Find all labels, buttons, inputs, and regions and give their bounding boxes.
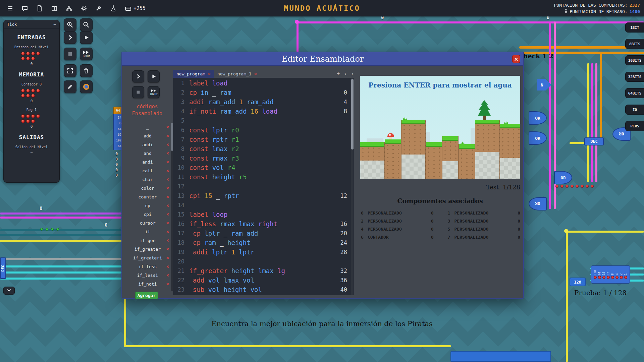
opcode-item[interactable]: if_greateri× <box>125 253 170 262</box>
top-bar-icons <box>0 4 132 12</box>
terrain-column <box>500 124 520 179</box>
flask-icon[interactable] <box>109 4 117 12</box>
close-dialog-button[interactable]: × <box>512 55 520 63</box>
code-editor[interactable]: 1label load2cp in _ ram03addi ram_add 1 … <box>173 78 354 295</box>
hamburger-menu-icon[interactable] <box>6 4 14 12</box>
opcode-item[interactable]: addi× <box>125 140 170 149</box>
opcode-item[interactable]: call× <box>125 166 170 175</box>
opcode-item[interactable]: add× <box>125 131 170 140</box>
dec-component[interactable]: DEC <box>584 137 604 145</box>
bit-width-button-32bits[interactable]: 32BITS <box>625 72 644 82</box>
scrollbar-thumb[interactable] <box>351 79 354 149</box>
chat-icon[interactable] <box>21 4 29 12</box>
opcode-item[interactable]: if× <box>125 227 170 236</box>
collapse-panel-button[interactable] <box>3 287 15 295</box>
delete-opcode-icon[interactable]: × <box>166 238 169 243</box>
delete-opcode-icon[interactable]: × <box>166 142 169 147</box>
bit-width-button-1bit[interactable]: 1BIT <box>625 22 644 33</box>
step-button[interactable] <box>64 31 76 44</box>
dialog-titlebar[interactable]: Editor Ensamblador × <box>122 52 523 66</box>
bit-ruler-component[interactable]: 1286432168421 <box>591 265 630 284</box>
tab-new_program_1[interactable]: new_program_1× <box>214 70 260 78</box>
led-dot <box>21 94 25 98</box>
wire-value-label: 0 <box>115 162 118 168</box>
color-tool-button[interactable] <box>80 80 93 93</box>
book-icon[interactable] <box>50 4 58 12</box>
opcode-item[interactable]: if_less× <box>125 262 170 271</box>
new-tab-button[interactable]: + <box>337 71 340 77</box>
next-tab-button[interactable]: › <box>351 71 354 77</box>
delete-opcode-icon[interactable]: × <box>166 273 169 278</box>
delete-opcode-icon[interactable]: × <box>166 264 169 269</box>
bit-width-button-16bits[interactable]: 16BITS <box>625 55 644 65</box>
opcode-item[interactable]: if_greater× <box>125 245 170 253</box>
opcode-item[interactable]: if_goe× <box>125 236 170 245</box>
opcode-item[interactable]: counter× <box>125 192 170 201</box>
register-led-grid[interactable] <box>21 114 42 123</box>
delete-opcode-icon[interactable]: × <box>166 185 169 191</box>
delete-opcode-icon[interactable]: × <box>166 124 169 130</box>
delete-opcode-icon[interactable]: × <box>166 159 169 165</box>
opcode-item[interactable]: if_lessi× <box>125 271 170 280</box>
delete-opcode-icon[interactable]: × <box>166 255 169 260</box>
asm-step-button[interactable] <box>132 70 144 82</box>
delete-opcode-icon[interactable]: × <box>166 229 169 234</box>
delete-opcode-icon[interactable]: × <box>166 194 169 199</box>
prev-tab-button[interactable]: ‹ <box>344 71 347 77</box>
opcode-item[interactable]: and× <box>125 149 170 158</box>
dec-component[interactable]: DEC <box>0 257 6 279</box>
bit-width-button-64bits[interactable]: 64BITS <box>625 88 644 98</box>
editor-scrollbar[interactable] <box>351 78 354 295</box>
play-button[interactable] <box>80 31 93 44</box>
opcode-item[interactable]: if_noti× <box>125 280 170 288</box>
hierarchy-icon[interactable] <box>65 4 73 12</box>
delete-opcode-icon[interactable]: × <box>166 203 169 208</box>
opcode-label: if_goe <box>140 238 156 243</box>
opcode-item[interactable]: andi× <box>125 158 170 166</box>
select-tool-button[interactable] <box>64 64 76 77</box>
close-tab-icon[interactable]: × <box>208 71 211 76</box>
delete-opcode-icon[interactable]: × <box>166 246 169 252</box>
asm-stop-button[interactable] <box>132 86 144 98</box>
bit-width-button-pers[interactable]: PERS <box>625 121 644 131</box>
zoom-in-button[interactable] <box>64 18 76 31</box>
input-led-grid[interactable] <box>21 52 42 60</box>
bit-width-button-8bits[interactable]: 8BITS <box>625 39 644 49</box>
counter-led-grid[interactable] <box>21 89 42 98</box>
delete-opcode-icon[interactable]: × <box>166 220 169 226</box>
add-opcode-button[interactable]: Agregar <box>135 292 158 299</box>
stop-button[interactable] <box>64 48 76 60</box>
delete-opcode-icon[interactable]: × <box>166 133 169 138</box>
opcode-item[interactable]: char× <box>125 175 170 184</box>
opcode-item[interactable]: cursor× <box>125 219 170 227</box>
file-icon[interactable] <box>36 4 44 12</box>
opcode-item[interactable]: _× <box>125 123 170 131</box>
code-token: if_less <box>189 220 216 228</box>
opcode-item[interactable]: color× <box>125 184 170 192</box>
fast-forward-button[interactable]: 10kHz <box>80 48 93 60</box>
code-line: 15label loop <box>173 210 354 219</box>
wrench-icon[interactable] <box>95 4 103 12</box>
delete-opcode-icon[interactable]: × <box>166 177 169 182</box>
opcode-item[interactable]: cpi× <box>125 210 170 219</box>
tick-window-titlebar[interactable]: Tick – <box>4 20 59 29</box>
asm-fast-forward-button[interactable]: 10kHz <box>148 86 160 98</box>
delete-opcode-icon[interactable]: × <box>166 168 169 173</box>
minimize-icon[interactable]: – <box>54 22 56 27</box>
delete-opcode-icon[interactable]: × <box>166 212 169 217</box>
led-dot <box>607 276 610 279</box>
wallet-icon[interactable] <box>124 4 132 12</box>
gear-icon[interactable] <box>80 4 88 12</box>
opcode-item[interactable]: cp× <box>125 201 170 210</box>
delete-opcode-icon[interactable]: × <box>166 150 169 156</box>
bottom-component[interactable] <box>450 351 551 362</box>
close-tab-icon[interactable]: × <box>254 71 257 76</box>
code-token: cp <box>193 230 201 237</box>
bit-width-button-io[interactable]: IO <box>625 105 644 115</box>
tab-new_program[interactable]: new_program× <box>173 70 214 78</box>
edit-tool-button[interactable] <box>64 80 76 93</box>
asm-play-button[interactable] <box>148 70 160 82</box>
delete-tool-button[interactable] <box>80 64 93 77</box>
delete-opcode-icon[interactable]: × <box>166 281 169 287</box>
zoom-out-button[interactable] <box>80 18 93 31</box>
